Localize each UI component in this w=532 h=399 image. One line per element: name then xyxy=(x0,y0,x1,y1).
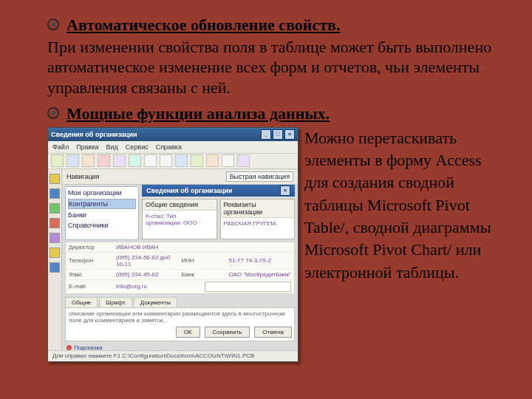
field-label: Факс xyxy=(69,271,113,278)
card-header: Реквизиты организации xyxy=(221,200,295,218)
left-icon-bar xyxy=(48,169,62,352)
field-value: 51-77 74-3-79-2 xyxy=(229,257,292,264)
minimize-button[interactable]: _ xyxy=(261,129,271,140)
toolbar-button[interactable] xyxy=(237,154,250,167)
panel-label: Навигация xyxy=(66,173,99,180)
toolbar xyxy=(48,153,298,169)
tab-strip: Общие Шрифт Документы xyxy=(62,294,298,307)
toolbar-button[interactable] xyxy=(222,154,234,167)
field-value: (095) 234-56-82 доб 10-11 xyxy=(116,254,179,267)
nav-item[interactable]: Контрагенты xyxy=(68,199,136,209)
toolbar-button[interactable] xyxy=(191,154,203,167)
bullet-icon xyxy=(47,107,59,119)
close-button[interactable]: × xyxy=(284,129,295,140)
card-body: К-ство; Тип организации: ООО xyxy=(143,211,216,231)
bullet-icon xyxy=(47,18,59,30)
sidebar-icon[interactable] xyxy=(50,248,60,258)
toolbar-button[interactable] xyxy=(175,154,188,167)
toolbar-button[interactable] xyxy=(129,154,141,167)
tab-documents[interactable]: Документы xyxy=(134,297,177,307)
status-bar: Для справки нажмите F1 C:\Configuration\… xyxy=(48,350,298,361)
heading-2: Мощные функции анализа данных. xyxy=(66,103,330,124)
details-form: Директор ИВАНОВ ИВАН Телефон (095) 234-5… xyxy=(65,242,295,294)
paragraph-right: Можно перетаскивать элементы в форму Acc… xyxy=(299,127,502,362)
nav-tree: Мои организации Контрагенты Банки Справо… xyxy=(65,186,139,240)
toolbar-button[interactable] xyxy=(160,154,172,167)
sidebar-icon[interactable] xyxy=(50,174,60,184)
nav-item[interactable]: Мои организации xyxy=(68,188,136,197)
menu-view[interactable]: Вид xyxy=(106,143,118,151)
field-label: ИНН xyxy=(182,257,226,264)
field-value: (095) 234-45-62 xyxy=(116,271,179,278)
nav-item[interactable]: Справочники xyxy=(68,221,136,230)
field-value: ОАО "МосКредитБанк" xyxy=(229,271,292,278)
window-titlebar: Сведения об организации _ □ × xyxy=(48,128,298,141)
menu-service[interactable]: Сервис xyxy=(126,143,149,151)
input-field[interactable] xyxy=(205,282,292,292)
toolbar-button[interactable] xyxy=(51,154,64,167)
panel-dropdown[interactable]: Быстрая навигация xyxy=(226,171,293,182)
field-value: ИВАНОВ ИВАН xyxy=(116,244,291,250)
toolbar-button[interactable] xyxy=(66,154,79,167)
paragraph-1: При изменении свойства поля в таблице мо… xyxy=(47,37,502,98)
heading-1: Автоматическое обновление свойств. xyxy=(66,15,341,35)
maximize-button[interactable]: □ xyxy=(273,129,283,140)
field-label: Директор xyxy=(69,244,113,250)
ok-button[interactable]: ОК xyxy=(176,327,200,338)
app-screenshot: Сведения об организации _ □ × Файл Правк… xyxy=(47,127,299,362)
card-req: Реквизиты организации РАБОЧАЯ ГРУППА xyxy=(220,199,296,239)
dialog-titlebar: Сведения об организации × xyxy=(142,185,295,197)
menu-bar: Файл Правка Вид Сервис Справка xyxy=(48,141,298,153)
menu-file[interactable]: Файл xyxy=(52,143,69,151)
nav-item[interactable]: Банки xyxy=(68,211,136,219)
toolbar-button[interactable] xyxy=(206,154,219,167)
save-button[interactable]: Сохранить xyxy=(205,327,250,338)
card-body: РАБОЧАЯ ГРУППА xyxy=(221,218,295,239)
sidebar-icon[interactable] xyxy=(50,262,60,273)
toolbar-button[interactable] xyxy=(98,154,110,167)
sidebar-icon[interactable] xyxy=(50,233,60,243)
field-label: Банк xyxy=(182,271,226,278)
tab-font[interactable]: Шрифт xyxy=(99,297,132,307)
toolbar-button[interactable] xyxy=(144,154,157,167)
field-value: info@org.ru xyxy=(116,283,202,290)
window-title: Сведения об организации xyxy=(51,131,137,138)
sidebar-icon[interactable] xyxy=(50,188,60,199)
dialog-title: Сведения об организации xyxy=(146,187,233,194)
field-label: Телефон xyxy=(69,257,113,264)
field-label: E-mail xyxy=(69,283,113,290)
close-icon[interactable]: × xyxy=(280,185,290,196)
card-general: Общие сведения К-ство; Тип организации: … xyxy=(142,199,217,239)
toolbar-button[interactable] xyxy=(82,154,95,167)
tab-general[interactable]: Общие xyxy=(65,297,98,307)
menu-edit[interactable]: Правка xyxy=(76,143,98,151)
sidebar-icon[interactable] xyxy=(50,218,60,228)
card-header: Общие сведения xyxy=(143,200,216,211)
cancel-button[interactable]: Отмена xyxy=(254,327,292,338)
sidebar-icon[interactable] xyxy=(50,203,60,214)
toolbar-button[interactable] xyxy=(113,154,126,167)
menu-help[interactable]: Справка xyxy=(156,143,182,151)
